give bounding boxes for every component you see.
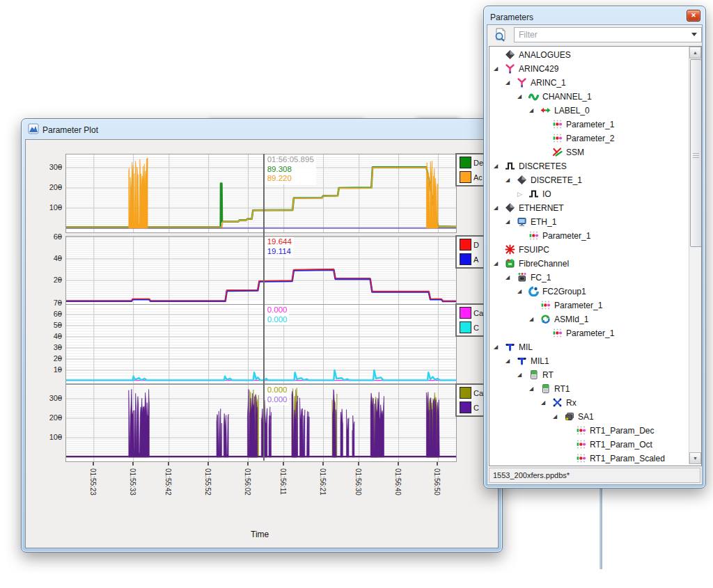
expander-expanded-icon[interactable]: ◢ xyxy=(494,344,501,350)
scrollbar-thumb[interactable] xyxy=(690,59,702,247)
expander-expanded-icon[interactable]: ◢ xyxy=(494,65,501,72)
expander-expanded-icon[interactable]: ◢ xyxy=(494,205,501,211)
filter-search-icon[interactable] xyxy=(493,27,510,42)
tree-item-parameter_1[interactable]: Parameter_1 xyxy=(489,118,688,132)
chevron-down-icon[interactable] xyxy=(691,33,697,36)
expander-expanded-icon[interactable]: ◢ xyxy=(494,260,501,267)
tree-item-label: Parameter_1 xyxy=(554,301,602,310)
tree-item-label: ETHERNET xyxy=(519,203,564,213)
expander-expanded-icon[interactable]: ◢ xyxy=(529,316,536,322)
tree-item-rt1_param_oct[interactable]: RT1_Param_Oct xyxy=(489,438,688,452)
expander-expanded-icon[interactable]: ◢ xyxy=(506,79,512,86)
expander-expanded-icon[interactable]: ◢ xyxy=(517,93,524,100)
tree-item-parameter_1[interactable]: Parameter_1 xyxy=(489,229,688,243)
tree-item-eth_1[interactable]: ◢ETH_1 xyxy=(489,215,688,229)
tree-item-label: RT1_Param_Scaled xyxy=(590,454,665,463)
y-tick-mark xyxy=(58,313,62,315)
tree-item-fsuipc[interactable]: FSUIPC xyxy=(489,243,688,257)
cursor-value: 0.000 xyxy=(267,305,288,315)
y-tick-mark xyxy=(58,324,62,326)
rt-icon xyxy=(528,370,539,380)
scroll-down-icon[interactable]: ▼ xyxy=(689,452,701,464)
tree-item-asmid_1[interactable]: ◢ASMId_1 xyxy=(489,312,688,326)
expander-expanded-icon[interactable]: ◢ xyxy=(494,163,501,169)
expander-expanded-icon[interactable]: ◢ xyxy=(529,107,536,113)
expander-expanded-icon[interactable]: ◢ xyxy=(553,413,560,420)
tree-item-io[interactable]: ▷IO xyxy=(489,187,688,201)
legend-swatch xyxy=(460,239,471,251)
tree-item-ssm[interactable]: SSM xyxy=(489,145,688,159)
plot-panel-1[interactable] xyxy=(65,154,457,233)
expander-collapsed-icon[interactable]: ▷ xyxy=(517,191,524,198)
tree-item-mil1[interactable]: ◢MIL1 xyxy=(489,354,688,368)
parameters-titlebar[interactable]: Parameters xyxy=(487,9,702,25)
tree-item-parameter_2[interactable]: Parameter_2 xyxy=(489,132,688,145)
tree-item-mil[interactable]: ◢MIL xyxy=(489,340,688,354)
param-icon xyxy=(528,230,539,241)
tree-item-channel_1[interactable]: ◢CHANNEL_1 xyxy=(489,90,688,104)
tree-item-rx[interactable]: ◢Rx xyxy=(489,396,688,410)
plot-panel-2[interactable] xyxy=(65,236,457,305)
plot-panel-4[interactable] xyxy=(65,384,457,462)
tree-item-discretes[interactable]: ◢DISCRETES xyxy=(489,159,688,173)
tree-item-parameter_1[interactable]: Parameter_1 xyxy=(489,299,688,312)
tree-item-rt1_param_scaled[interactable]: RT1_Param_Scaled xyxy=(489,452,688,466)
x-tick-label: 01:56:11 xyxy=(279,468,287,495)
tree-item-rt[interactable]: ◢RT xyxy=(489,368,688,382)
expander-expanded-icon[interactable]: ◢ xyxy=(517,372,524,378)
tree-scrollbar[interactable]: ▲ ▼ xyxy=(689,47,701,464)
tree-item-parameter_1[interactable]: Parameter_1 xyxy=(489,326,688,340)
expander-expanded-icon[interactable]: ◢ xyxy=(506,218,512,225)
param-icon xyxy=(552,328,563,338)
expander-expanded-icon[interactable]: ◢ xyxy=(529,386,536,392)
tree-item-discrete_1[interactable]: ◢DISCRETE_1 xyxy=(489,173,688,187)
x-tick-label: 01:55:23 xyxy=(89,468,97,495)
expander-expanded-icon[interactable]: ◢ xyxy=(506,358,512,364)
scroll-up-icon[interactable]: ▲ xyxy=(689,47,701,58)
sa-icon xyxy=(564,411,574,422)
eth-icon xyxy=(517,216,527,227)
tree-item-label: RT1_Param_Dec xyxy=(590,426,654,436)
x-tick-mark xyxy=(168,462,169,466)
legend-swatch xyxy=(460,402,471,413)
x-tick-label: 01:56:30 xyxy=(354,468,362,495)
tree-item-ethernet[interactable]: ◢ETHERNET xyxy=(489,201,688,215)
y-tick-mark xyxy=(58,417,62,418)
x-tick-label: 01:55:42 xyxy=(164,468,172,495)
tree-item-analogues[interactable]: ANALOGUES xyxy=(489,48,688,62)
legend-label: D xyxy=(473,241,479,249)
tree-item-fc_1[interactable]: ◢FC_1 xyxy=(489,271,688,285)
expander-expanded-icon[interactable]: ◢ xyxy=(517,288,524,294)
cursor-value: 01:56:05.895 xyxy=(267,155,314,165)
tree-item-sa1[interactable]: ◢SA1 xyxy=(489,410,688,424)
param-icon xyxy=(576,425,586,436)
crosshair-cursor[interactable] xyxy=(263,154,265,461)
tree-item-arinc429[interactable]: ◢ARINC429 xyxy=(489,62,688,76)
tree-item-rt1_param_dec[interactable]: RT1_Param_Dec xyxy=(489,424,688,438)
plot-panel-3[interactable] xyxy=(65,304,457,384)
tree-item-label_0[interactable]: ◢LABEL_0 xyxy=(489,104,688,118)
tree-item-partial[interactable] xyxy=(489,466,688,466)
legend-swatch xyxy=(460,307,471,319)
expander-expanded-icon[interactable]: ◢ xyxy=(541,399,548,406)
plot-area[interactable]: 300200100DeAc01:56:05.89589.30889.220604… xyxy=(25,139,499,548)
status-filename: 1553_200xfers.ppdbs* xyxy=(493,471,570,479)
tree-item-fibrechannel[interactable]: ◢FibreChannel xyxy=(489,257,688,271)
plot-window-title: Parameter Plot xyxy=(42,125,98,135)
legend-swatch xyxy=(460,253,471,265)
background-window-edge xyxy=(600,486,602,569)
scrollbar-grip xyxy=(693,153,699,159)
filter-combobox[interactable]: Filter xyxy=(514,27,702,42)
plot-window-titlebar[interactable]: Parameter Plot xyxy=(25,122,499,138)
expander-expanded-icon[interactable]: ◢ xyxy=(506,177,512,183)
tree-item-rt1[interactable]: ◢RT1 xyxy=(489,382,688,396)
parameters-content: Filter ▲ ▼ ANALOGUES◢ARINC429◢ARINC_1◢CH… xyxy=(487,24,703,485)
expander-expanded-icon[interactable]: ◢ xyxy=(506,274,512,280)
close-button[interactable]: ✕ xyxy=(687,10,700,22)
y-tick-mark xyxy=(58,257,62,259)
tree-item-arinc_1[interactable]: ◢ARINC_1 xyxy=(489,76,688,90)
tree-item-label: ARINC429 xyxy=(519,64,558,74)
param-icon xyxy=(552,133,563,143)
tree-item-fc2group1[interactable]: ◢FC2Group1 xyxy=(489,285,688,299)
tree-item-label: ASMId_1 xyxy=(554,315,588,324)
